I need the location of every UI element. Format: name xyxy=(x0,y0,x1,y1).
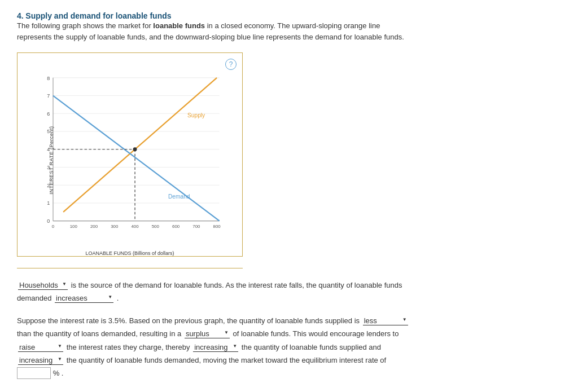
raise-lower-select[interactable]: raise lower xyxy=(18,341,63,354)
svg-text:300: 300 xyxy=(111,224,119,229)
svg-text:6: 6 xyxy=(47,111,50,117)
question-title-text: Supply and demand for loanable funds xyxy=(25,11,171,20)
section1: Households Businesses Government Foreign… xyxy=(17,279,423,305)
supplied-vs-demanded-select[interactable]: less greater equal xyxy=(363,314,408,327)
surplus-shortage-select[interactable]: surplus shortage xyxy=(185,327,230,340)
percent-input-wrapper[interactable] xyxy=(17,367,51,379)
section2: Suppose the interest rate is 3.5%. Based… xyxy=(17,314,423,380)
svg-text:100: 100 xyxy=(70,224,78,229)
x-axis-label: LOANABLE FUNDS (Billions of dollars) xyxy=(34,250,226,256)
svg-text:1: 1 xyxy=(47,200,50,206)
demand-source-select[interactable]: Households Businesses Government Foreign… xyxy=(18,279,68,292)
qty-demanded-change-dropdown[interactable]: increases decreases stays the same xyxy=(55,294,113,303)
demand-change-select[interactable]: increasing decreasing xyxy=(18,354,63,367)
equilibrium-rate-input[interactable] xyxy=(17,367,51,379)
svg-point-35 xyxy=(133,147,137,151)
raise-lower-dropdown[interactable]: raise lower xyxy=(18,343,63,352)
chart-area: INTEREST RATE (Percent) 0 1 2 3 4 5 6 7 xyxy=(34,73,226,248)
svg-text:7: 7 xyxy=(47,93,50,99)
svg-text:500: 500 xyxy=(152,224,160,229)
section1-text-pre: Households Businesses Government Foreign… xyxy=(17,281,402,302)
svg-text:0: 0 xyxy=(52,224,55,229)
question-title: 4. Supply and demand for loanable funds xyxy=(17,11,561,20)
graph-container: ? INTEREST RATE (Percent) 0 1 2 3 4 5 6 xyxy=(17,52,243,257)
demand-source-dropdown[interactable]: Households Businesses Government Foreign… xyxy=(18,281,68,290)
svg-text:800: 800 xyxy=(213,224,221,229)
surplus-shortage-dropdown[interactable]: surplus shortage xyxy=(185,329,230,338)
svg-text:700: 700 xyxy=(192,224,200,229)
chart-svg: 0 1 2 3 4 5 6 7 8 0 100 200 300 400 500 … xyxy=(34,73,226,248)
supplied-vs-demanded-dropdown[interactable]: less greater equal xyxy=(363,316,408,325)
svg-text:0: 0 xyxy=(47,218,50,224)
question-number: 4. xyxy=(17,11,24,20)
svg-text:200: 200 xyxy=(90,224,98,229)
svg-line-29 xyxy=(63,78,217,212)
svg-text:Demand: Demand xyxy=(168,193,190,200)
help-icon[interactable]: ? xyxy=(225,59,237,70)
qty-demanded-change-select[interactable]: increases decreases stays the same xyxy=(55,292,113,305)
svg-text:8: 8 xyxy=(47,76,50,81)
supply-change-select[interactable]: increasing decreasing xyxy=(193,341,238,354)
description: The following graph shows the market for… xyxy=(17,20,412,42)
demand-change-dropdown[interactable]: increasing decreasing xyxy=(18,356,63,365)
supply-change-dropdown[interactable]: increasing decreasing xyxy=(193,343,238,352)
svg-text:Supply: Supply xyxy=(187,112,205,118)
svg-text:400: 400 xyxy=(131,224,139,229)
y-axis-label: INTEREST RATE (Percent) xyxy=(49,126,54,194)
svg-text:600: 600 xyxy=(172,224,180,229)
divider xyxy=(17,268,243,268)
